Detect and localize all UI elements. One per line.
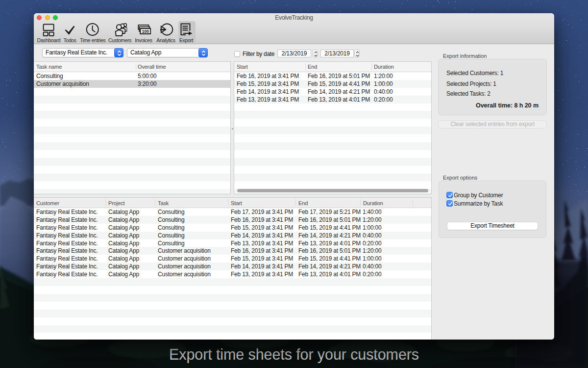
svg-text:100: 100 xyxy=(142,29,148,34)
